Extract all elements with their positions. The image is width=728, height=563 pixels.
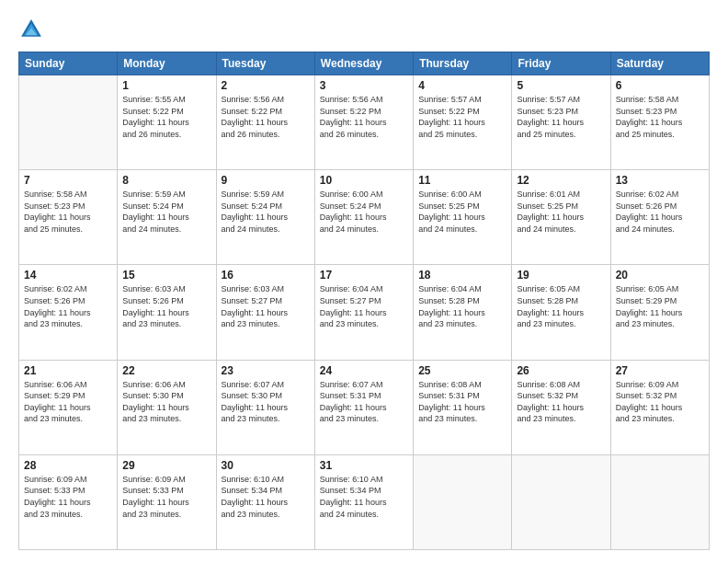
day-number: 26 [517, 364, 605, 377]
day-info: Sunrise: 6:09 AM Sunset: 5:33 PM Dayligh… [122, 474, 210, 520]
day-number: 31 [320, 459, 408, 472]
calendar-day-cell: 22Sunrise: 6:06 AM Sunset: 5:30 PM Dayli… [118, 360, 216, 454]
day-number: 14 [24, 269, 112, 282]
day-info: Sunrise: 6:10 AM Sunset: 5:34 PM Dayligh… [320, 474, 408, 520]
day-info: Sunrise: 6:05 AM Sunset: 5:29 PM Dayligh… [616, 283, 704, 329]
weekday-header: Friday [512, 52, 610, 75]
calendar-day-cell: 24Sunrise: 6:07 AM Sunset: 5:31 PM Dayli… [314, 360, 413, 454]
day-info: Sunrise: 6:03 AM Sunset: 5:27 PM Dayligh… [222, 283, 310, 329]
day-info: Sunrise: 6:07 AM Sunset: 5:30 PM Dayligh… [222, 379, 310, 425]
day-info: Sunrise: 5:58 AM Sunset: 5:23 PM Dayligh… [616, 94, 704, 140]
day-number: 28 [24, 459, 112, 472]
calendar-day-cell: 19Sunrise: 6:05 AM Sunset: 5:28 PM Dayli… [512, 265, 610, 360]
calendar-week-row: 1Sunrise: 5:55 AM Sunset: 5:22 PM Daylig… [19, 75, 710, 170]
weekday-header: Thursday [414, 52, 512, 75]
day-number: 22 [122, 364, 210, 377]
calendar-day-cell: 23Sunrise: 6:07 AM Sunset: 5:30 PM Dayli… [216, 360, 314, 454]
calendar-day-cell [610, 454, 709, 549]
day-number: 7 [24, 174, 112, 187]
calendar-week-row: 14Sunrise: 6:02 AM Sunset: 5:26 PM Dayli… [19, 265, 710, 360]
calendar-day-cell: 10Sunrise: 6:00 AM Sunset: 5:24 PM Dayli… [314, 170, 413, 265]
header [18, 17, 710, 42]
page: SundayMondayTuesdayWednesdayThursdayFrid… [0, 0, 728, 563]
calendar-day-cell: 28Sunrise: 6:09 AM Sunset: 5:33 PM Dayli… [19, 454, 118, 549]
day-number: 18 [418, 269, 506, 282]
day-info: Sunrise: 6:07 AM Sunset: 5:31 PM Dayligh… [320, 379, 408, 425]
day-number: 11 [418, 174, 506, 187]
calendar-day-cell: 30Sunrise: 6:10 AM Sunset: 5:34 PM Dayli… [216, 454, 314, 549]
day-info: Sunrise: 6:01 AM Sunset: 5:25 PM Dayligh… [517, 189, 605, 235]
day-info: Sunrise: 5:59 AM Sunset: 5:24 PM Dayligh… [222, 189, 310, 235]
day-number: 30 [222, 459, 310, 472]
day-number: 2 [222, 79, 310, 92]
day-number: 17 [320, 269, 408, 282]
day-number: 8 [122, 174, 210, 187]
calendar-day-cell: 20Sunrise: 6:05 AM Sunset: 5:29 PM Dayli… [610, 265, 709, 360]
day-info: Sunrise: 5:58 AM Sunset: 5:23 PM Dayligh… [24, 189, 112, 235]
calendar-week-row: 21Sunrise: 6:06 AM Sunset: 5:29 PM Dayli… [19, 360, 710, 454]
calendar: SundayMondayTuesdayWednesdayThursdayFrid… [18, 52, 710, 550]
calendar-day-cell: 9Sunrise: 5:59 AM Sunset: 5:24 PM Daylig… [216, 170, 314, 265]
day-number: 3 [320, 79, 408, 92]
day-info: Sunrise: 6:05 AM Sunset: 5:28 PM Dayligh… [517, 283, 605, 329]
day-info: Sunrise: 6:02 AM Sunset: 5:26 PM Dayligh… [24, 283, 112, 329]
day-info: Sunrise: 6:06 AM Sunset: 5:29 PM Dayligh… [24, 379, 112, 425]
day-info: Sunrise: 6:04 AM Sunset: 5:28 PM Dayligh… [418, 283, 506, 329]
calendar-week-row: 28Sunrise: 6:09 AM Sunset: 5:33 PM Dayli… [19, 454, 710, 549]
day-number: 19 [517, 269, 605, 282]
day-info: Sunrise: 5:57 AM Sunset: 5:23 PM Dayligh… [517, 94, 605, 140]
calendar-day-cell [512, 454, 610, 549]
calendar-day-cell: 14Sunrise: 6:02 AM Sunset: 5:26 PM Dayli… [19, 265, 118, 360]
calendar-day-cell [19, 75, 118, 170]
calendar-day-cell: 15Sunrise: 6:03 AM Sunset: 5:26 PM Dayli… [118, 265, 216, 360]
day-number: 1 [122, 79, 210, 92]
calendar-day-cell: 17Sunrise: 6:04 AM Sunset: 5:27 PM Dayli… [314, 265, 413, 360]
calendar-header-row: SundayMondayTuesdayWednesdayThursdayFrid… [19, 52, 710, 75]
weekday-header: Saturday [610, 52, 709, 75]
calendar-day-cell: 7Sunrise: 5:58 AM Sunset: 5:23 PM Daylig… [19, 170, 118, 265]
day-number: 23 [222, 364, 310, 377]
calendar-day-cell: 26Sunrise: 6:08 AM Sunset: 5:32 PM Dayli… [512, 360, 610, 454]
calendar-day-cell: 13Sunrise: 6:02 AM Sunset: 5:26 PM Dayli… [610, 170, 709, 265]
day-number: 25 [418, 364, 506, 377]
day-info: Sunrise: 6:09 AM Sunset: 5:33 PM Dayligh… [24, 474, 112, 520]
calendar-day-cell [414, 454, 512, 549]
day-number: 6 [616, 79, 704, 92]
day-number: 12 [517, 174, 605, 187]
day-number: 5 [517, 79, 605, 92]
calendar-day-cell: 27Sunrise: 6:09 AM Sunset: 5:32 PM Dayli… [610, 360, 709, 454]
day-number: 13 [616, 174, 704, 187]
day-number: 4 [418, 79, 506, 92]
day-info: Sunrise: 6:02 AM Sunset: 5:26 PM Dayligh… [616, 189, 704, 235]
day-number: 24 [320, 364, 408, 377]
calendar-day-cell: 31Sunrise: 6:10 AM Sunset: 5:34 PM Dayli… [314, 454, 413, 549]
day-number: 21 [24, 364, 112, 377]
calendar-day-cell: 29Sunrise: 6:09 AM Sunset: 5:33 PM Dayli… [118, 454, 216, 549]
day-number: 15 [122, 269, 210, 282]
weekday-header: Sunday [19, 52, 118, 75]
day-number: 9 [222, 174, 310, 187]
calendar-day-cell: 4Sunrise: 5:57 AM Sunset: 5:22 PM Daylig… [414, 75, 512, 170]
calendar-day-cell: 11Sunrise: 6:00 AM Sunset: 5:25 PM Dayli… [414, 170, 512, 265]
calendar-day-cell: 6Sunrise: 5:58 AM Sunset: 5:23 PM Daylig… [610, 75, 709, 170]
day-info: Sunrise: 5:56 AM Sunset: 5:22 PM Dayligh… [320, 94, 408, 140]
calendar-day-cell: 1Sunrise: 5:55 AM Sunset: 5:22 PM Daylig… [118, 75, 216, 170]
day-info: Sunrise: 5:59 AM Sunset: 5:24 PM Dayligh… [122, 189, 210, 235]
day-number: 29 [122, 459, 210, 472]
calendar-day-cell: 5Sunrise: 5:57 AM Sunset: 5:23 PM Daylig… [512, 75, 610, 170]
day-info: Sunrise: 6:03 AM Sunset: 5:26 PM Dayligh… [122, 283, 210, 329]
day-info: Sunrise: 5:55 AM Sunset: 5:22 PM Dayligh… [122, 94, 210, 140]
weekday-header: Monday [118, 52, 216, 75]
day-info: Sunrise: 6:08 AM Sunset: 5:31 PM Dayligh… [418, 379, 506, 425]
day-info: Sunrise: 5:56 AM Sunset: 5:22 PM Dayligh… [222, 94, 310, 140]
logo [18, 17, 48, 42]
logo-icon [18, 17, 44, 42]
day-info: Sunrise: 6:00 AM Sunset: 5:25 PM Dayligh… [418, 189, 506, 235]
calendar-day-cell: 3Sunrise: 5:56 AM Sunset: 5:22 PM Daylig… [314, 75, 413, 170]
day-number: 16 [222, 269, 310, 282]
day-info: Sunrise: 5:57 AM Sunset: 5:22 PM Dayligh… [418, 94, 506, 140]
day-info: Sunrise: 6:09 AM Sunset: 5:32 PM Dayligh… [616, 379, 704, 425]
calendar-day-cell: 16Sunrise: 6:03 AM Sunset: 5:27 PM Dayli… [216, 265, 314, 360]
calendar-day-cell: 12Sunrise: 6:01 AM Sunset: 5:25 PM Dayli… [512, 170, 610, 265]
weekday-header: Wednesday [314, 52, 413, 75]
